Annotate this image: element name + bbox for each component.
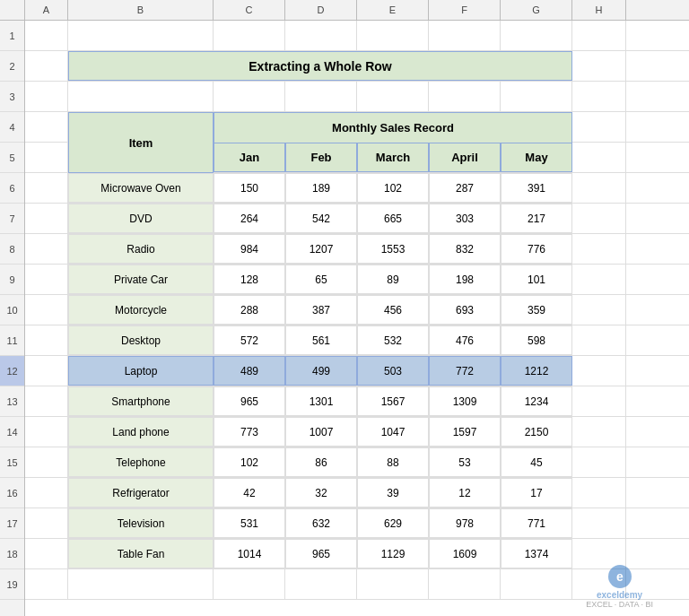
cell-19g[interactable] bbox=[501, 569, 572, 599]
cell-19b[interactable] bbox=[68, 569, 214, 599]
cell-18c-jan[interactable]: 1014 bbox=[214, 539, 285, 568]
cell-19a[interactable] bbox=[25, 569, 68, 599]
cell-13h[interactable] bbox=[572, 386, 626, 416]
cell-19d[interactable] bbox=[285, 569, 357, 599]
cell-8g-may[interactable]: 776 bbox=[501, 234, 572, 264]
cell-7b-item[interactable]: DVD bbox=[68, 204, 214, 233]
cell-18f-april[interactable]: 1609 bbox=[429, 539, 501, 568]
cell-13c-jan[interactable]: 965 bbox=[214, 386, 285, 416]
cell-9h[interactable] bbox=[572, 265, 626, 294]
cell-11h[interactable] bbox=[572, 325, 626, 355]
cell-6g-may[interactable]: 391 bbox=[501, 173, 572, 203]
cell-14h[interactable] bbox=[572, 417, 626, 447]
cell-13a[interactable] bbox=[25, 386, 68, 416]
cell-10g-may[interactable]: 359 bbox=[501, 295, 572, 325]
cell-12b-item[interactable]: Laptop bbox=[68, 356, 214, 386]
cell-13e-march[interactable]: 1567 bbox=[357, 386, 429, 416]
cell-2a[interactable] bbox=[25, 51, 68, 81]
cell-9a[interactable] bbox=[25, 265, 68, 294]
cell-12f-april[interactable]: 772 bbox=[429, 356, 501, 386]
cell-10h[interactable] bbox=[572, 295, 626, 325]
cell-5h[interactable] bbox=[572, 143, 626, 172]
cell-1e[interactable] bbox=[357, 21, 429, 50]
cell-13b-item[interactable]: Smartphone bbox=[68, 386, 214, 416]
cell-12c-jan[interactable]: 489 bbox=[214, 356, 285, 386]
cell-1b[interactable] bbox=[68, 21, 214, 50]
cell-19e[interactable] bbox=[357, 569, 429, 599]
cell-16f-april[interactable]: 12 bbox=[429, 478, 501, 508]
cell-17g-may[interactable]: 771 bbox=[501, 508, 572, 538]
cell-15c-jan[interactable]: 102 bbox=[214, 447, 285, 477]
cell-7a[interactable] bbox=[25, 204, 68, 233]
cell-11d-feb[interactable]: 561 bbox=[285, 325, 357, 355]
cell-14c-jan[interactable]: 773 bbox=[214, 417, 285, 447]
cell-17f-april[interactable]: 978 bbox=[429, 508, 501, 538]
cell-7d-feb[interactable]: 542 bbox=[285, 204, 357, 233]
cell-6h[interactable] bbox=[572, 173, 626, 203]
cell-9e-march[interactable]: 89 bbox=[357, 265, 429, 294]
cell-8d-feb[interactable]: 1207 bbox=[285, 234, 357, 264]
cell-6a[interactable] bbox=[25, 173, 68, 203]
cell-14a[interactable] bbox=[25, 417, 68, 447]
cell-11b-item[interactable]: Desktop bbox=[68, 325, 214, 355]
cell-15a[interactable] bbox=[25, 447, 68, 477]
cell-11f-april[interactable]: 476 bbox=[429, 325, 501, 355]
cell-1h[interactable] bbox=[572, 21, 626, 50]
cell-17h[interactable] bbox=[572, 508, 626, 538]
cell-8c-jan[interactable]: 984 bbox=[214, 234, 285, 264]
cell-8b-item[interactable]: Radio bbox=[68, 234, 214, 264]
cell-12a[interactable] bbox=[25, 356, 68, 386]
cell-9g-may[interactable]: 101 bbox=[501, 265, 572, 294]
cell-16b-item[interactable]: Refrigerator bbox=[68, 478, 214, 508]
cell-18d-feb[interactable]: 965 bbox=[285, 539, 357, 568]
cell-8a[interactable] bbox=[25, 234, 68, 264]
cell-17b-item[interactable]: Television bbox=[68, 508, 214, 538]
cell-17c-jan[interactable]: 531 bbox=[214, 508, 285, 538]
cell-12g-may[interactable]: 1212 bbox=[501, 356, 572, 386]
cell-15g-may[interactable]: 45 bbox=[501, 447, 572, 477]
cell-10b-item[interactable]: Motorcycle bbox=[68, 295, 214, 325]
cell-14d-feb[interactable]: 1007 bbox=[285, 417, 357, 447]
cell-4h[interactable] bbox=[572, 112, 626, 142]
cell-16g-may[interactable]: 17 bbox=[501, 478, 572, 508]
cell-7c-jan[interactable]: 264 bbox=[214, 204, 285, 233]
cell-14f-april[interactable]: 1597 bbox=[429, 417, 501, 447]
cell-7e-march[interactable]: 665 bbox=[357, 204, 429, 233]
cell-7f-april[interactable]: 303 bbox=[429, 204, 501, 233]
cell-19f[interactable] bbox=[429, 569, 501, 599]
cell-1a[interactable] bbox=[25, 21, 68, 50]
cell-14b-item[interactable]: Land phone bbox=[68, 417, 214, 447]
cell-3b[interactable] bbox=[68, 82, 214, 111]
cell-1g[interactable] bbox=[501, 21, 572, 50]
cell-12e-march[interactable]: 503 bbox=[357, 356, 429, 386]
cell-15d-feb[interactable]: 86 bbox=[285, 447, 357, 477]
cell-18a[interactable] bbox=[25, 539, 68, 568]
cell-9d-feb[interactable]: 65 bbox=[285, 265, 357, 294]
cell-1f[interactable] bbox=[429, 21, 501, 50]
cell-10e-march[interactable]: 456 bbox=[357, 295, 429, 325]
cell-18g-may[interactable]: 1374 bbox=[501, 539, 572, 568]
cell-14e-march[interactable]: 1047 bbox=[357, 417, 429, 447]
cell-6f-april[interactable]: 287 bbox=[429, 173, 501, 203]
cell-9c-jan[interactable]: 128 bbox=[214, 265, 285, 294]
cell-7h[interactable] bbox=[572, 204, 626, 233]
cell-13d-feb[interactable]: 1301 bbox=[285, 386, 357, 416]
cell-6d-feb[interactable]: 189 bbox=[285, 173, 357, 203]
cell-6e-march[interactable]: 102 bbox=[357, 173, 429, 203]
cell-17d-feb[interactable]: 632 bbox=[285, 508, 357, 538]
cell-3g[interactable] bbox=[501, 82, 572, 111]
cell-15f-april[interactable]: 53 bbox=[429, 447, 501, 477]
cell-8h[interactable] bbox=[572, 234, 626, 264]
cell-16d-feb[interactable]: 32 bbox=[285, 478, 357, 508]
cell-17a[interactable] bbox=[25, 508, 68, 538]
cell-12d-feb[interactable]: 499 bbox=[285, 356, 357, 386]
cell-18e-march[interactable]: 1129 bbox=[357, 539, 429, 568]
cell-1c[interactable] bbox=[214, 21, 285, 50]
cell-11g-may[interactable]: 598 bbox=[501, 325, 572, 355]
cell-3a[interactable] bbox=[25, 82, 68, 111]
cell-10c-jan[interactable]: 288 bbox=[214, 295, 285, 325]
cell-15h[interactable] bbox=[572, 447, 626, 477]
cell-13g-may[interactable]: 1234 bbox=[501, 386, 572, 416]
cell-10d-feb[interactable]: 387 bbox=[285, 295, 357, 325]
cell-11e-march[interactable]: 532 bbox=[357, 325, 429, 355]
